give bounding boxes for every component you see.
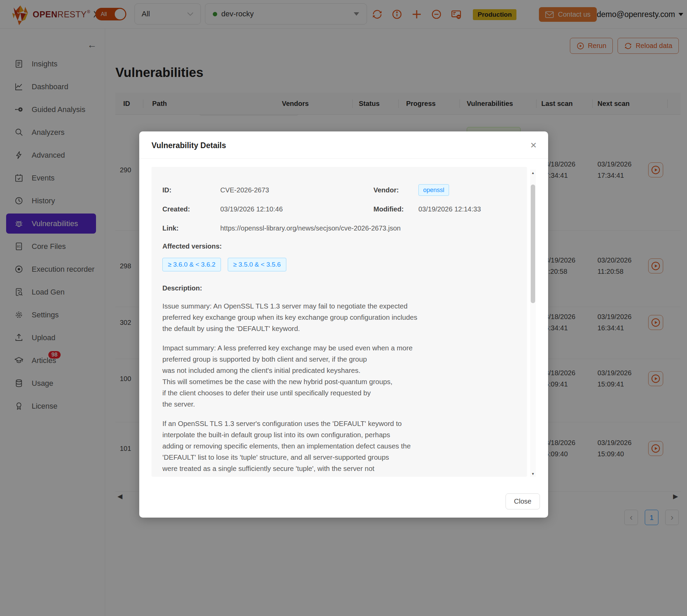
affected-version-tag[interactable]: ≥ 3.5.0 & < 3.5.6 (228, 258, 286, 271)
link-label: Link: (162, 224, 220, 232)
affected-versions-label: Affected versions: (162, 242, 527, 250)
scrollbar-thumb[interactable] (531, 185, 535, 303)
close-button[interactable]: Close (506, 493, 540, 509)
vendor-label: Vendor: (373, 186, 418, 194)
advisory-link[interactable]: https://openssl-library.org/news/secjson… (220, 224, 527, 232)
close-icon[interactable]: ✕ (528, 140, 539, 151)
vendor-tag[interactable]: openssl (418, 184, 449, 196)
modal-scrollbar[interactable]: ▲ ▼ (530, 170, 536, 477)
modal-footer: Close (506, 493, 540, 509)
vulnerability-details-modal: Vulnerability Details ✕ ID: CVE-2026-267… (139, 131, 548, 518)
affected-version-tag[interactable]: ≥ 3.6.0 & < 3.6.2 (162, 258, 221, 271)
modified-label: Modified: (373, 205, 418, 213)
created-value: 03/19/2026 12:10:46 (220, 205, 373, 213)
cve-id-value: CVE-2026-2673 (220, 186, 373, 194)
details-panel: ID: CVE-2026-2673 Vendor: openssl Create… (151, 167, 527, 477)
description-paragraph: Issue summary: An OpenSSL TLS 1.3 server… (162, 300, 527, 334)
modified-value: 03/19/2026 12:14:33 (418, 205, 527, 213)
modal-title: Vulnerability Details (151, 141, 226, 150)
created-label: Created: (162, 205, 220, 213)
id-label: ID: (162, 186, 220, 194)
description-paragraph: Impact summary: A less preferred key exc… (162, 342, 527, 410)
description-label: Description: (162, 284, 527, 292)
scrollbar-down-icon[interactable]: ▼ (530, 471, 536, 477)
modal-body: ID: CVE-2026-2673 Vendor: openssl Create… (151, 167, 536, 477)
description-paragraph: If an OpenSSL TLS 1.3 server's configura… (162, 418, 527, 477)
scrollbar-up-icon[interactable]: ▲ (530, 170, 536, 176)
modal-header: Vulnerability Details ✕ (139, 131, 548, 159)
